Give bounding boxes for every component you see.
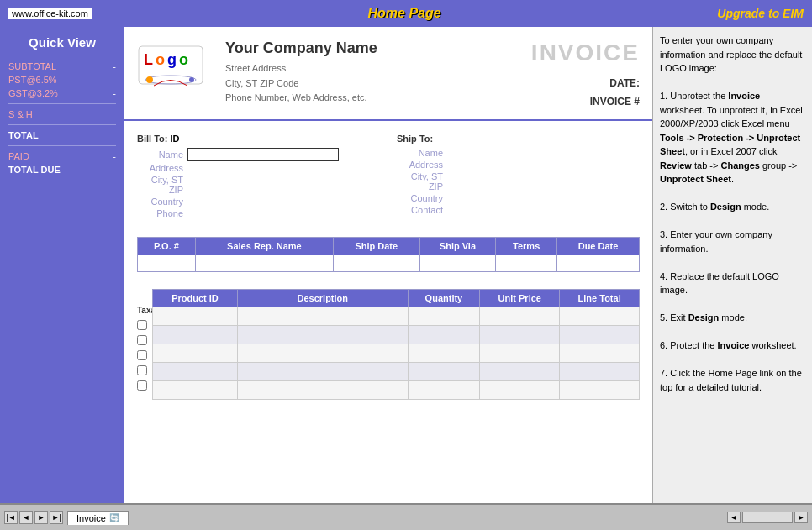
- prod-total-5[interactable]: [560, 381, 640, 400]
- prod-desc-1[interactable]: [237, 307, 408, 326]
- prod-price-5[interactable]: [480, 381, 560, 400]
- bill-address-label: Address: [137, 163, 183, 173]
- taxable-check-1[interactable]: [137, 320, 147, 330]
- prod-qty-4[interactable]: [408, 363, 480, 381]
- prod-total-4[interactable]: [560, 363, 640, 381]
- prod-price-4[interactable]: [480, 363, 560, 381]
- nav-prev[interactable]: ◄: [19, 511, 33, 524]
- po-cell-due-date[interactable]: [557, 255, 640, 272]
- taxable-check-5[interactable]: [137, 380, 147, 391]
- prod-id-2[interactable]: [153, 326, 238, 344]
- bill-name-input[interactable]: [187, 148, 339, 161]
- po-cell-sales[interactable]: [195, 255, 333, 272]
- prod-qty-5[interactable]: [408, 381, 480, 400]
- gst-value: -: [113, 88, 116, 98]
- prod-header-price: Unit Price: [480, 290, 560, 307]
- date-label: DATE:: [514, 75, 640, 93]
- prod-id-3[interactable]: [153, 344, 238, 363]
- scroll-left-btn[interactable]: ◄: [727, 512, 741, 523]
- home-link[interactable]: Home Page: [368, 6, 441, 21]
- product-row-2: [153, 326, 640, 344]
- svg-text:o: o: [156, 51, 165, 68]
- scroll-right-btn[interactable]: ►: [794, 512, 808, 523]
- taxable-check-2[interactable]: [137, 335, 147, 345]
- prod-qty-1[interactable]: [408, 307, 480, 326]
- prod-header-total: Line Total: [560, 290, 640, 307]
- nav-last[interactable]: ►|: [50, 511, 63, 524]
- ship-address-row: Address: [397, 160, 640, 170]
- logo-image: L o g o: [137, 39, 204, 90]
- paid-label: PAID: [8, 151, 29, 161]
- po-header-ship-via: Ship Via: [419, 238, 496, 255]
- main-layout: Quick View SUBTOTAL - PST@6.5% - GST@3.2…: [0, 27, 812, 503]
- invoice-title: INVOICE: [514, 39, 640, 66]
- right-panel-step7: 7. Click the Home Page link on the top f…: [660, 366, 805, 394]
- prod-total-1[interactable]: [560, 307, 640, 326]
- right-panel-step1: 1. Unprotect the Invoice worksheet. To u…: [660, 89, 805, 186]
- prod-header-qty: Quantity: [408, 290, 480, 307]
- bill-phone-label: Phone: [137, 208, 183, 218]
- sheet-tab-label: Invoice: [76, 513, 106, 523]
- site-logo[interactable]: www.office-kit.com: [8, 8, 92, 19]
- right-panel-intro: To enter your own company information an…: [660, 34, 805, 76]
- right-panel-step4: 4. Replace the default LOGO image.: [660, 270, 805, 297]
- pst-label: PST@6.5%: [8, 75, 57, 85]
- prod-total-2[interactable]: [560, 326, 640, 344]
- bill-ship-section: Bill To: ID Name Address City, ST ZIP Co…: [124, 129, 652, 224]
- po-cell-po[interactable]: [138, 255, 196, 272]
- prod-price-2[interactable]: [480, 326, 560, 344]
- city-address: City, ST ZIP Code: [225, 76, 514, 92]
- po-table-section: P.O. # Sales Rep. Name Ship Date Ship Vi…: [124, 233, 652, 276]
- sidebar-paid: PAID -: [4, 150, 120, 163]
- sheet-tab-icon: 🔄: [109, 513, 119, 522]
- subtotal-value: -: [113, 61, 116, 71]
- sidebar-total: TOTAL: [4, 129, 120, 142]
- po-cell-ship-via[interactable]: [419, 255, 496, 272]
- prod-price-1[interactable]: [480, 307, 560, 326]
- ship-city-row: City, ST ZIP: [397, 171, 640, 192]
- ship-address-label: Address: [397, 160, 443, 170]
- prod-price-3[interactable]: [480, 344, 560, 363]
- scroll-track[interactable]: [742, 512, 793, 523]
- nav-first[interactable]: |◄: [4, 511, 18, 524]
- prod-desc-5[interactable]: [237, 381, 408, 400]
- bill-phone-row: Phone: [137, 208, 380, 218]
- sheet-tab-invoice[interactable]: Invoice 🔄: [67, 511, 129, 525]
- prod-desc-2[interactable]: [237, 326, 408, 344]
- sidebar-pst: PST@6.5% -: [4, 73, 120, 87]
- ship-contact-row: Contact: [397, 205, 640, 215]
- po-header-sales: Sales Rep. Name: [195, 238, 333, 255]
- prod-header-id: Product ID: [153, 290, 238, 307]
- invoice-header: L o g o Your Company Name Stre: [124, 27, 652, 121]
- po-cell-ship-date[interactable]: [333, 255, 419, 272]
- bill-name-label: Name: [137, 150, 183, 160]
- taxable-label: Taxable: [137, 306, 150, 315]
- sh-label: S & H: [8, 109, 33, 119]
- prod-desc-3[interactable]: [237, 344, 408, 363]
- nav-next[interactable]: ►: [34, 511, 48, 524]
- prod-qty-2[interactable]: [408, 326, 480, 344]
- svg-point-7: [189, 77, 194, 82]
- taxable-check-3[interactable]: [137, 350, 147, 360]
- sidebar-total-due: TOTAL DUE -: [4, 163, 120, 176]
- prod-desc-4[interactable]: [237, 363, 408, 381]
- center-content: L o g o Your Company Name Stre: [124, 27, 652, 503]
- invoice-num-label: INVOICE #: [514, 93, 640, 112]
- bill-city-label: City, ST ZIP: [137, 175, 183, 195]
- taxable-check-4[interactable]: [137, 365, 147, 375]
- ship-name-label: Name: [397, 148, 443, 158]
- product-row-3: [153, 344, 640, 363]
- bill-city-row: City, ST ZIP: [137, 175, 380, 195]
- phone-address: Phone Number, Web Address, etc.: [225, 91, 514, 106]
- po-header-due-date: Due Date: [557, 238, 640, 255]
- prod-id-4[interactable]: [153, 363, 238, 381]
- prod-id-1[interactable]: [153, 307, 238, 326]
- ship-contact-label: Contact: [397, 205, 443, 215]
- ship-country-row: Country: [397, 193, 640, 203]
- prod-id-5[interactable]: [153, 381, 238, 400]
- prod-qty-3[interactable]: [408, 344, 480, 363]
- upgrade-link[interactable]: Upgrade to EIM: [717, 7, 804, 20]
- po-cell-terms[interactable]: [496, 255, 557, 272]
- prod-total-3[interactable]: [560, 344, 640, 363]
- top-bar: www.office-kit.com Home Page Upgrade to …: [0, 0, 812, 27]
